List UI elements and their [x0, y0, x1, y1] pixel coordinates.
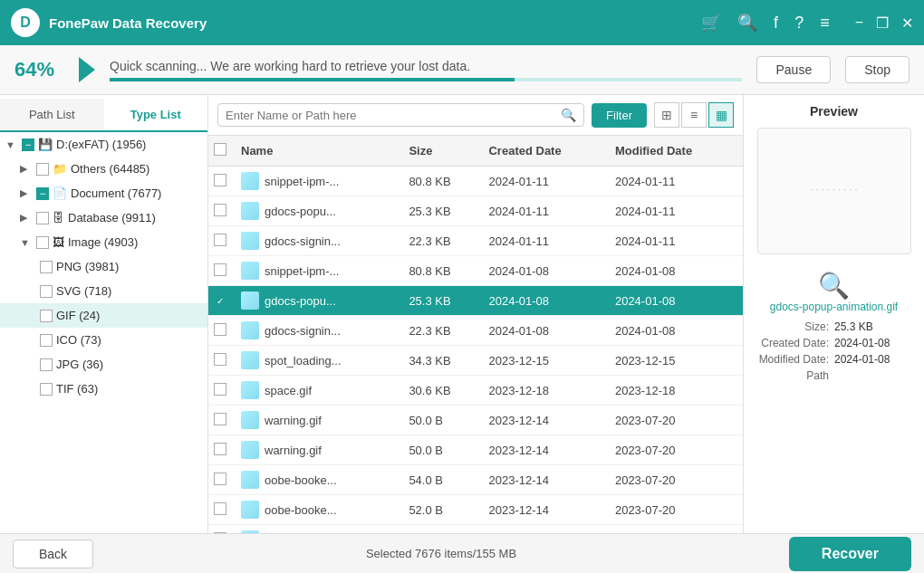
row-size-cell: 34.3 KB [403, 346, 483, 376]
row-checkbox[interactable] [214, 413, 226, 425]
drive-icon: 💾 [38, 138, 53, 151]
table-row[interactable]: warning.gif 50.0 B 2023-12-14 2023-07-20 [208, 435, 743, 465]
row-checkbox-cell [208, 167, 236, 196]
checkbox-others[interactable] [36, 163, 49, 176]
facebook-icon[interactable]: f [774, 14, 778, 33]
help-icon[interactable]: ? [794, 14, 804, 33]
progress-message: Quick scanning... We are working hard to… [110, 59, 470, 73]
row-checkbox[interactable] [214, 443, 226, 455]
row-checkbox[interactable] [214, 383, 226, 396]
row-size-cell: 50.0 B [403, 435, 483, 465]
row-modified-cell: 2023-07-20 [610, 525, 743, 534]
row-modified-cell: 2024-01-08 [610, 286, 743, 316]
tree-label-drive: D:(exFAT) (1956) [56, 138, 200, 151]
view-buttons: ⊞ ≡ ▦ [654, 102, 734, 128]
table-row[interactable]: gdocs-popu... 25.3 KB 2024-01-08 2024-01… [208, 286, 743, 316]
checkbox-tif[interactable] [40, 383, 53, 396]
table-row[interactable]: space.gif 30.6 KB 2023-12-18 2023-12-18 [208, 376, 743, 406]
tab-type-list[interactable]: Type List [104, 99, 208, 132]
row-checkbox[interactable] [214, 473, 226, 485]
table-row[interactable]: oobe-booke... 53.0 B 2023-12-14 2023-07-… [208, 525, 743, 534]
table-row[interactable]: oobe-booke... 54.0 B 2023-12-14 2023-07-… [208, 465, 743, 495]
row-size-cell: 54.0 B [403, 465, 483, 495]
table-row[interactable]: oobe-booke... 52.0 B 2023-12-14 2023-07-… [208, 495, 743, 525]
table-row[interactable]: snippet-ipm-... 80.8 KB 2024-01-08 2024-… [208, 256, 743, 286]
file-thumbnail [241, 381, 259, 399]
stop-button[interactable]: Stop [845, 56, 910, 83]
row-checkbox[interactable] [214, 353, 226, 366]
db-icon: 🗄 [53, 211, 64, 224]
tree-item-gif[interactable]: GIF (24) [0, 303, 207, 328]
file-name: gdocs-popu... [265, 205, 336, 218]
row-modified-cell: 2024-01-11 [610, 167, 743, 196]
chevron-down-icon: ▼ [5, 139, 18, 150]
preview-modified-label: Modified Date: [753, 353, 834, 366]
row-checkbox[interactable] [214, 502, 226, 515]
doc-icon: 📄 [53, 186, 67, 200]
row-checkbox[interactable] [214, 234, 226, 246]
menu-icon[interactable]: ≡ [820, 14, 830, 33]
row-checkbox[interactable] [214, 532, 226, 534]
col-created[interactable]: Created Date [483, 136, 609, 167]
tree-item-svg[interactable]: SVG (718) [0, 279, 207, 303]
filter-button[interactable]: Filter [592, 103, 647, 128]
tree-item-png[interactable]: PNG (3981) [0, 254, 207, 279]
close-button[interactable]: ✕ [901, 14, 913, 32]
file-table: Name Size Created Date Modified Date sni… [208, 136, 743, 533]
back-button[interactable]: Back [13, 540, 93, 568]
checkbox-svg[interactable] [40, 285, 53, 298]
col-name[interactable]: Name [236, 136, 403, 167]
tree-item-database[interactable]: ▶ 🗄 Database (9911) [0, 205, 207, 230]
file-toolbar: 🔍 Filter ⊞ ≡ ▦ [208, 95, 743, 136]
detail-view-button[interactable]: ▦ [708, 102, 734, 128]
checkbox-png[interactable] [40, 261, 53, 273]
restore-button[interactable]: ❒ [876, 14, 889, 32]
checkbox-jpg[interactable] [40, 358, 53, 371]
minimize-button[interactable]: − [855, 14, 863, 32]
table-row[interactable]: gdocs-popu... 25.3 KB 2024-01-11 2024-01… [208, 196, 743, 226]
col-size[interactable]: Size [403, 136, 483, 167]
tree-item-drive[interactable]: ▼ 💾 D:(exFAT) (1956) [0, 132, 207, 157]
tree-item-document[interactable]: ▶ 📄 Document (7677) [0, 181, 207, 205]
tree-item-ico[interactable]: ICO (73) [0, 328, 207, 352]
checkbox-document[interactable] [36, 187, 49, 200]
recover-button[interactable]: Recover [789, 537, 911, 571]
list-view-button[interactable]: ≡ [681, 102, 707, 128]
checkbox-image[interactable] [36, 236, 49, 249]
preview-filename: gdocs-popup-animation.gif [770, 301, 898, 313]
row-checkbox[interactable] [214, 174, 226, 186]
tree-item-tif[interactable]: TIF (63) [0, 377, 207, 401]
checkbox-drive[interactable] [22, 138, 34, 151]
row-size-cell: 80.8 KB [403, 167, 483, 196]
cart-icon[interactable]: 🛒 [701, 13, 721, 33]
row-checkbox[interactable] [214, 323, 226, 336]
checkbox-database[interactable] [36, 212, 49, 224]
pause-button[interactable]: Pause [756, 56, 831, 83]
checkbox-gif[interactable] [40, 310, 53, 322]
col-modified[interactable]: Modified Date [610, 136, 743, 167]
table-row[interactable]: snippet-ipm-... 80.8 KB 2024-01-11 2024-… [208, 167, 743, 196]
search-circle-icon[interactable]: 🔍 [737, 13, 757, 33]
row-checkbox[interactable] [214, 263, 226, 276]
row-checkbox[interactable] [214, 295, 226, 308]
tree-label-jpg: JPG (36) [56, 358, 200, 371]
app-logo: D [11, 8, 40, 37]
row-name-cell: oobe-booke... [236, 525, 403, 534]
table-row[interactable]: gdocs-signin... 22.3 KB 2024-01-08 2024-… [208, 316, 743, 346]
tree-item-others[interactable]: ▶ 📁 Others (64485) [0, 157, 207, 181]
tree-label-image: Image (4903) [68, 235, 200, 249]
table-row[interactable]: gdocs-signin... 22.3 KB 2024-01-11 2024-… [208, 226, 743, 256]
select-all-checkbox[interactable] [214, 143, 226, 156]
search-input[interactable] [226, 109, 555, 122]
image-icon: 🖼 [53, 235, 64, 249]
preview-path-label: Path [753, 369, 834, 382]
row-created-cell: 2024-01-11 [483, 196, 609, 226]
table-row[interactable]: warning.gif 50.0 B 2023-12-14 2023-07-20 [208, 406, 743, 435]
tree-item-image[interactable]: ▼ 🖼 Image (4903) [0, 230, 207, 254]
checkbox-ico[interactable] [40, 334, 53, 347]
row-checkbox[interactable] [214, 204, 226, 216]
table-row[interactable]: spot_loading... 34.3 KB 2023-12-15 2023-… [208, 346, 743, 376]
tree-item-jpg[interactable]: JPG (36) [0, 352, 207, 377]
grid-view-button[interactable]: ⊞ [654, 102, 679, 128]
tab-path-list[interactable]: Path List [0, 99, 104, 130]
